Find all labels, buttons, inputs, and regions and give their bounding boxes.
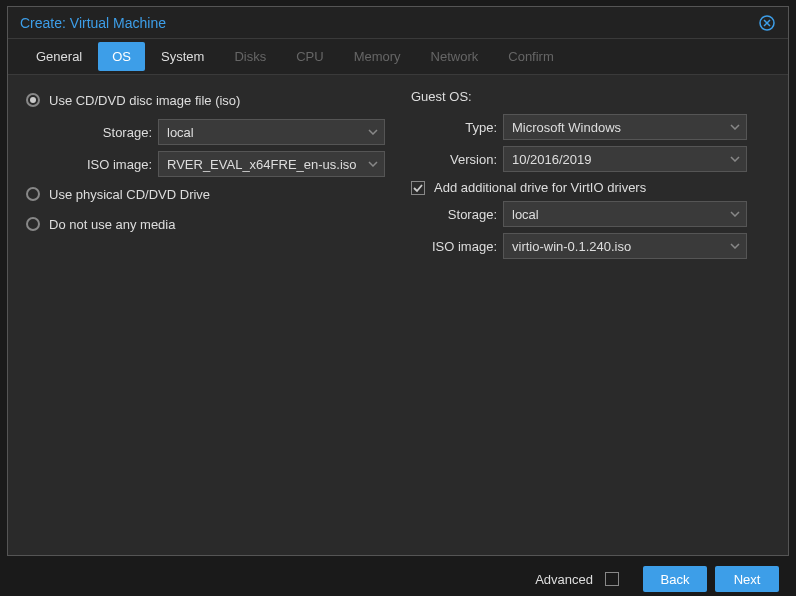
- tab-general[interactable]: General: [22, 42, 96, 71]
- tab-confirm: Confirm: [494, 42, 568, 71]
- storage-value: local: [167, 125, 194, 140]
- version-label: Version:: [411, 152, 503, 167]
- chevron-down-icon: [730, 156, 740, 162]
- radio-iso-image[interactable]: [26, 93, 40, 107]
- tab-memory: Memory: [340, 42, 415, 71]
- left-column: Use CD/DVD disc image file (iso) Storage…: [26, 89, 385, 265]
- field-row-version: Version: 10/2016/2019: [411, 146, 770, 172]
- tab-system[interactable]: System: [147, 42, 218, 71]
- chevron-down-icon: [368, 161, 378, 167]
- radio-iso-label: Use CD/DVD disc image file (iso): [49, 93, 240, 108]
- radio-physical-drive[interactable]: [26, 187, 40, 201]
- field-row-iso: ISO image: RVER_EVAL_x64FRE_en-us.iso: [26, 151, 385, 177]
- radio-row-physical[interactable]: Use physical CD/DVD Drive: [26, 183, 385, 205]
- tab-cpu: CPU: [282, 42, 337, 71]
- virtio-storage-label: Storage:: [411, 207, 503, 222]
- tab-os[interactable]: OS: [98, 42, 145, 71]
- field-row-virtio-storage: Storage: local: [411, 201, 770, 227]
- type-value: Microsoft Windows: [512, 120, 621, 135]
- tab-network: Network: [417, 42, 493, 71]
- virtio-iso-value: virtio-win-0.1.240.iso: [512, 239, 631, 254]
- radio-no-media[interactable]: [26, 217, 40, 231]
- virtio-checkbox[interactable]: [411, 181, 425, 195]
- tab-disks: Disks: [220, 42, 280, 71]
- virtio-iso-combo[interactable]: virtio-win-0.1.240.iso: [503, 233, 747, 259]
- storage-combo[interactable]: local: [158, 119, 385, 145]
- iso-value: RVER_EVAL_x64FRE_en-us.iso: [167, 157, 357, 172]
- check-icon: [413, 183, 423, 193]
- radio-row-nomedia[interactable]: Do not use any media: [26, 213, 385, 235]
- chevron-down-icon: [368, 129, 378, 135]
- virtio-iso-label: ISO image:: [411, 239, 503, 254]
- storage-label: Storage:: [48, 125, 158, 140]
- iso-label: ISO image:: [48, 157, 158, 172]
- close-button[interactable]: [758, 14, 776, 32]
- virtio-check-row[interactable]: Add additional drive for VirtIO drivers: [411, 180, 770, 195]
- virtio-label: Add additional drive for VirtIO drivers: [434, 180, 646, 195]
- field-row-storage: Storage: local: [26, 119, 385, 145]
- dialog-title: Create: Virtual Machine: [20, 15, 166, 31]
- version-value: 10/2016/2019: [512, 152, 592, 167]
- type-combo[interactable]: Microsoft Windows: [503, 114, 747, 140]
- dialog-content: Use CD/DVD disc image file (iso) Storage…: [8, 75, 788, 279]
- wizard-tabs: General OS System Disks CPU Memory Netwo…: [8, 39, 788, 75]
- next-button[interactable]: Next: [715, 566, 779, 592]
- radio-physical-label: Use physical CD/DVD Drive: [49, 187, 210, 202]
- advanced-checkbox[interactable]: [605, 572, 619, 586]
- radio-nomedia-label: Do not use any media: [49, 217, 175, 232]
- field-row-virtio-iso: ISO image: virtio-win-0.1.240.iso: [411, 233, 770, 259]
- type-label: Type:: [411, 120, 503, 135]
- back-button[interactable]: Back: [643, 566, 707, 592]
- chevron-down-icon: [730, 124, 740, 130]
- iso-combo[interactable]: RVER_EVAL_x64FRE_en-us.iso: [158, 151, 385, 177]
- dialog-footer: Advanced Back Next: [7, 562, 789, 596]
- field-row-type: Type: Microsoft Windows: [411, 114, 770, 140]
- create-vm-dialog: Create: Virtual Machine General OS Syste…: [7, 6, 789, 556]
- advanced-label: Advanced: [535, 572, 593, 587]
- right-column: Guest OS: Type: Microsoft Windows Versio…: [411, 89, 770, 265]
- version-combo[interactable]: 10/2016/2019: [503, 146, 747, 172]
- guest-os-header: Guest OS:: [411, 89, 770, 104]
- close-icon: [759, 15, 775, 31]
- virtio-storage-combo[interactable]: local: [503, 201, 747, 227]
- chevron-down-icon: [730, 211, 740, 217]
- chevron-down-icon: [730, 243, 740, 249]
- dialog-header: Create: Virtual Machine: [8, 7, 788, 39]
- virtio-storage-value: local: [512, 207, 539, 222]
- radio-row-iso[interactable]: Use CD/DVD disc image file (iso): [26, 89, 385, 111]
